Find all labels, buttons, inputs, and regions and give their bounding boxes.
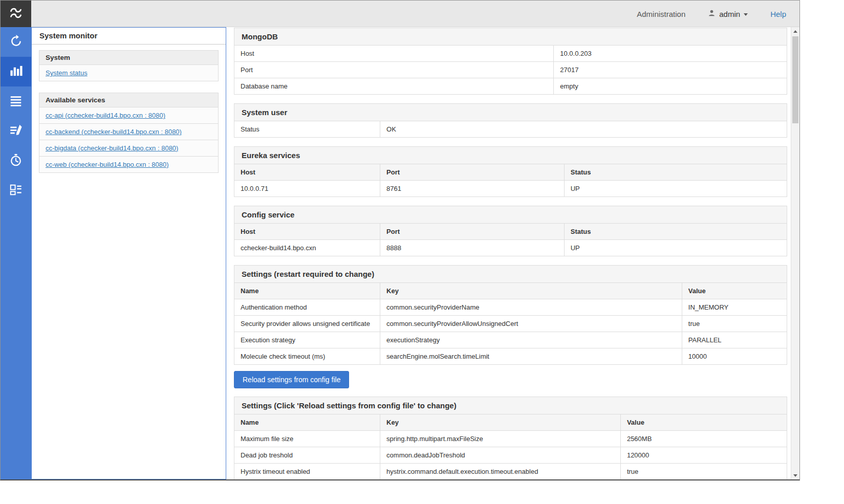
cell-key: executionStrategy bbox=[380, 332, 682, 348]
app-window: Administration admin Help bbox=[0, 0, 800, 480]
scroll-up-button[interactable] bbox=[791, 27, 799, 35]
app-logo[interactable] bbox=[1, 1, 31, 27]
list-item: System status bbox=[39, 65, 218, 81]
cell-name: Authentication method bbox=[234, 299, 380, 316]
cell-value: true bbox=[620, 464, 787, 480]
header-cell: Key bbox=[380, 414, 621, 431]
user-menu[interactable]: admin bbox=[708, 9, 748, 18]
settings-reload-table: Name Key Value Maximum file size spring.… bbox=[234, 414, 787, 479]
administration-link[interactable]: Administration bbox=[637, 10, 685, 18]
cell-name: Maximum file size bbox=[234, 431, 380, 447]
triangle-up-icon bbox=[793, 30, 797, 33]
cell-value: 27017 bbox=[554, 62, 787, 78]
section-title: Config service bbox=[234, 206, 787, 224]
cell-key: common.securityProviderAllowUnsignedCert bbox=[380, 316, 682, 332]
cell-value: empty bbox=[554, 78, 787, 95]
topbar-actions: Administration admin Help bbox=[637, 1, 786, 27]
section-title: System user bbox=[234, 103, 787, 121]
nav-item-system-monitor[interactable] bbox=[1, 57, 31, 86]
header-cell: Host bbox=[234, 224, 380, 240]
cell-name: Dead job treshold bbox=[234, 447, 380, 464]
cell-name: Execution strategy bbox=[234, 332, 380, 348]
triangle-down-icon bbox=[793, 474, 797, 477]
reload-settings-button[interactable]: Reload settings from config file bbox=[234, 371, 349, 388]
cell-status: UP bbox=[564, 240, 787, 256]
section-mongodb: MongoDB Host 10.0.0.203 Port 27017 Datab… bbox=[234, 28, 787, 95]
table-row: Maximum file size spring.http.multipart.… bbox=[234, 431, 787, 447]
nav-item-refresh[interactable] bbox=[1, 27, 31, 57]
section-title: Settings (restart required to change) bbox=[234, 265, 787, 283]
cell-key: hystrix.command.default.execution.timeou… bbox=[380, 464, 621, 480]
table-row: Molecule check timeout (ms) searchEngine… bbox=[234, 348, 787, 365]
help-link[interactable]: Help bbox=[770, 10, 786, 18]
main-content: MongoDB Host 10.0.0.203 Port 27017 Datab… bbox=[227, 27, 791, 479]
system-user-table: Status OK bbox=[234, 121, 787, 138]
header-cell: Host bbox=[234, 164, 380, 181]
caret-down-icon bbox=[744, 13, 748, 16]
available-services-group: Available services cc-api (cchecker-buil… bbox=[39, 93, 219, 173]
table-row: Authentication method common.securityPro… bbox=[234, 299, 787, 316]
header-cell: Value bbox=[620, 414, 787, 431]
table-header-row: Host Port Status bbox=[234, 164, 787, 181]
table-row: 10.0.0.71 8761 UP bbox=[234, 181, 787, 197]
table-header-row: Host Port Status bbox=[234, 224, 787, 240]
cell-value: 10000 bbox=[682, 348, 787, 365]
cell-label: Port bbox=[234, 62, 554, 78]
nav-item-list[interactable] bbox=[1, 86, 31, 116]
nav-item-tasks[interactable] bbox=[1, 116, 31, 146]
system-status-link[interactable]: System status bbox=[46, 69, 88, 77]
eureka-table: Host Port Status 10.0.0.71 8761 UP bbox=[234, 164, 787, 197]
list-item: cc-backend (cchecker-build14.bpo.cxn : 8… bbox=[39, 124, 218, 140]
user-icon bbox=[708, 9, 716, 18]
table-header-row: Name Key Value bbox=[234, 283, 787, 299]
service-link-cc-web[interactable]: cc-web (cchecker-build14.bpo.cxn : 8080) bbox=[46, 161, 169, 168]
section-settings-restart: Settings (restart required to change) Na… bbox=[234, 265, 787, 365]
header-cell: Status bbox=[564, 224, 787, 240]
section-system-user: System user Status OK bbox=[234, 103, 787, 138]
header-cell: Key bbox=[380, 283, 682, 299]
topbar: Administration admin Help bbox=[1, 1, 799, 27]
section-config-service: Config service Host Port Status cchecker… bbox=[234, 206, 787, 256]
cell-host: 10.0.0.71 bbox=[234, 181, 380, 197]
service-link-cc-backend[interactable]: cc-backend (cchecker-build14.bpo.cxn : 8… bbox=[46, 128, 182, 136]
table-row: Execution strategy executionStrategy PAR… bbox=[234, 332, 787, 348]
cell-port: 8761 bbox=[380, 181, 565, 197]
service-link-cc-bigdata[interactable]: cc-bigdata (cchecker-build14.bpo.cxn : 8… bbox=[46, 144, 178, 152]
system-monitor-panel: System monitor System System status Avai… bbox=[31, 27, 226, 479]
list-item: cc-bigdata (cchecker-build14.bpo.cxn : 8… bbox=[39, 140, 218, 157]
task-list-icon bbox=[9, 124, 23, 139]
table-row: Port 27017 bbox=[234, 62, 787, 78]
table-row: Host 10.0.0.203 bbox=[234, 46, 787, 62]
cell-name: Molecule check timeout (ms) bbox=[234, 348, 380, 365]
refresh-icon bbox=[9, 34, 23, 50]
table-row: Dead job treshold common.deadJobTreshold… bbox=[234, 447, 787, 464]
cell-value: PARALLEL bbox=[682, 332, 787, 348]
nav-item-clock[interactable] bbox=[1, 146, 31, 176]
list-item: cc-web (cchecker-build14.bpo.cxn : 8080) bbox=[39, 157, 218, 172]
list-item: cc-api (cchecker-build14.bpo.cxn : 8080) bbox=[39, 107, 218, 124]
group-header-system: System bbox=[39, 51, 218, 65]
vertical-scrollbar[interactable] bbox=[791, 27, 799, 479]
section-title: Eureka services bbox=[234, 146, 787, 164]
cell-value: OK bbox=[380, 121, 787, 138]
mongodb-table: Host 10.0.0.203 Port 27017 Database name… bbox=[234, 45, 787, 95]
user-name: admin bbox=[719, 10, 740, 18]
cell-label: Host bbox=[234, 46, 554, 62]
dashboard-icon bbox=[9, 183, 23, 198]
bar-chart-icon bbox=[9, 64, 23, 79]
header-cell: Port bbox=[380, 164, 565, 181]
settings-restart-table: Name Key Value Authentication method com… bbox=[234, 282, 787, 365]
section-title: Settings (Click 'Reload settings from co… bbox=[234, 397, 787, 414]
side-nav bbox=[1, 27, 31, 479]
section-eureka-services: Eureka services Host Port Status 10.0.0.… bbox=[234, 146, 787, 197]
service-link-cc-api[interactable]: cc-api (cchecker-build14.bpo.cxn : 8080) bbox=[46, 112, 165, 119]
config-service-table: Host Port Status cchecker-build14.bpo.cx… bbox=[234, 223, 787, 256]
scroll-down-button[interactable] bbox=[791, 471, 799, 479]
cell-key: spring.http.multipart.maxFileSize bbox=[380, 431, 621, 447]
group-header-available-services: Available services bbox=[39, 93, 218, 107]
scroll-thumb[interactable] bbox=[792, 36, 798, 123]
cell-label: Database name bbox=[234, 78, 554, 95]
nav-item-dashboard[interactable] bbox=[1, 176, 31, 205]
header-cell: Status bbox=[564, 164, 787, 181]
table-row: cchecker-build14.bpo.cxn 8888 UP bbox=[234, 240, 787, 256]
